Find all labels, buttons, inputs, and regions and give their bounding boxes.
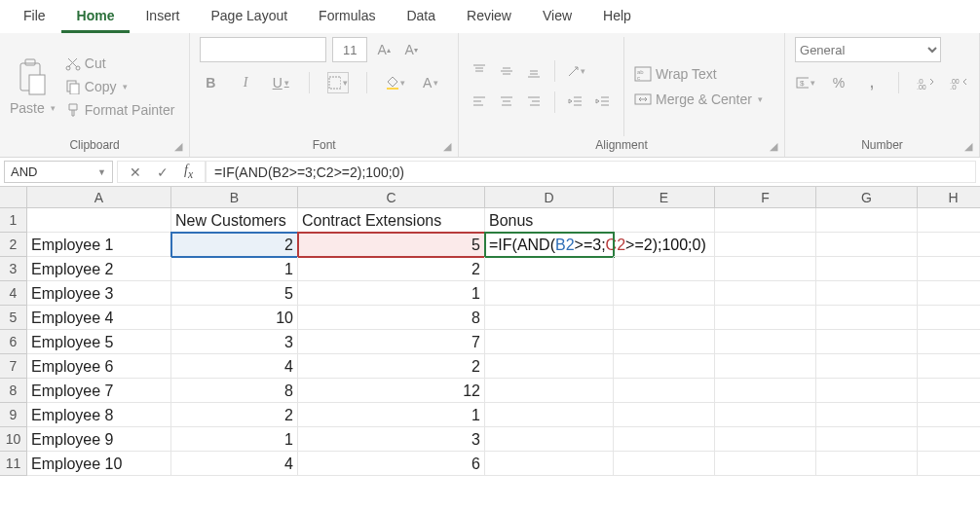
percent-format-icon[interactable]: % [828,72,849,93]
column-header-G[interactable]: G [816,187,918,208]
row-header-2[interactable]: 2 [0,233,27,257]
select-all-corner[interactable] [0,187,27,208]
row-header-11[interactable]: 11 [0,452,27,476]
format-painter-button[interactable]: Format Painter [65,102,175,118]
cell-D2[interactable]: =IF(AND(B2>=3;C2>=2);100;0) [485,233,614,257]
cell-A4[interactable]: Employee 3 [27,281,171,306]
font-size-select[interactable] [332,37,367,62]
increase-decimal-icon[interactable]: .0.00 [915,72,936,93]
align-right-icon[interactable] [523,91,545,113]
align-center-icon[interactable] [496,91,517,113]
cell-E7[interactable] [614,354,715,379]
cell-F2[interactable] [715,233,816,257]
cell-E11[interactable] [614,452,715,476]
cell-C11[interactable]: 6 [298,452,485,476]
cell-D7[interactable] [485,354,614,379]
cell-C7[interactable]: 2 [298,354,485,379]
cell-E2[interactable] [614,233,715,257]
cell-B5[interactable]: 10 [171,306,298,330]
cell-F4[interactable] [715,281,816,306]
cell-G2[interactable] [816,233,918,257]
cell-E9[interactable] [614,403,715,427]
cell-F3[interactable] [715,257,816,281]
cell-D5[interactable] [485,306,614,330]
cell-F10[interactable] [715,427,816,452]
cell-E3[interactable] [614,257,715,281]
cell-B3[interactable]: 1 [171,257,298,281]
row-header-3[interactable]: 3 [0,257,27,281]
accept-formula-icon[interactable]: ✓ [157,164,169,180]
cell-H2[interactable] [918,233,980,257]
cell-D1[interactable]: Bonus [485,208,614,233]
cell-E6[interactable] [614,330,715,354]
cell-E5[interactable] [614,306,715,330]
cell-H5[interactable] [918,306,980,330]
column-header-A[interactable]: A [27,187,171,208]
cell-E10[interactable] [614,427,715,452]
accounting-format-icon[interactable]: $ [795,72,816,93]
fx-icon[interactable]: fx [184,163,193,181]
cell-H8[interactable] [918,379,980,403]
cell-G1[interactable] [816,208,918,233]
cell-G3[interactable] [816,257,918,281]
cell-C1[interactable]: Contract Extensions [298,208,485,233]
cell-H1[interactable] [918,208,980,233]
menu-tab-data[interactable]: Data [391,0,451,33]
cell-C2[interactable]: 5 [298,233,485,257]
font-name-select[interactable] [200,37,326,62]
cell-B6[interactable]: 3 [171,330,298,354]
cell-G11[interactable] [816,452,918,476]
cell-A7[interactable]: Employee 6 [27,354,171,379]
wrap-text-button[interactable]: abc Wrap Text [634,66,763,82]
menu-tab-file[interactable]: File [8,0,61,33]
number-launcher-icon[interactable]: ◢ [961,139,975,153]
cell-H7[interactable] [918,354,980,379]
increase-indent-icon[interactable] [592,91,614,113]
cut-button[interactable]: Cut [65,55,175,71]
cell-C6[interactable]: 7 [298,330,485,354]
menu-tab-help[interactable]: Help [587,0,647,33]
cell-B11[interactable]: 4 [171,452,298,476]
paste-button[interactable]: Paste [10,100,56,116]
cell-F1[interactable] [715,208,816,233]
cell-F9[interactable] [715,403,816,427]
increase-font-icon[interactable]: A▴ [373,39,395,60]
cell-F7[interactable] [715,354,816,379]
clipboard-launcher-icon[interactable]: ◢ [171,139,185,153]
cell-G9[interactable] [816,403,918,427]
cell-C3[interactable]: 2 [298,257,485,281]
column-header-H[interactable]: H [918,187,980,208]
cell-H11[interactable] [918,452,980,476]
menu-tab-page-layout[interactable]: Page Layout [195,0,303,33]
cell-G6[interactable] [816,330,918,354]
cell-A5[interactable]: Employee 4 [27,306,171,330]
paste-icon[interactable] [16,57,49,96]
underline-button[interactable]: U [270,72,291,93]
column-header-C[interactable]: C [298,187,485,208]
cell-A3[interactable]: Employee 2 [27,257,171,281]
cell-B1[interactable]: New Customers [171,208,298,233]
comma-format-icon[interactable]: , [861,72,883,93]
cell-B2[interactable]: 2 [171,233,298,257]
fill-color-button[interactable] [385,72,406,93]
menu-tab-view[interactable]: View [527,0,587,33]
cell-H10[interactable] [918,427,980,452]
row-header-7[interactable]: 7 [0,354,27,379]
cell-B10[interactable]: 1 [171,427,298,452]
cell-A1[interactable] [27,208,171,233]
font-color-button[interactable]: A [420,72,441,93]
align-middle-icon[interactable] [496,60,517,82]
row-header-9[interactable]: 9 [0,403,27,427]
merge-center-button[interactable]: Merge & Center [634,91,763,107]
decrease-decimal-icon[interactable]: .00.0 [948,72,969,93]
row-header-8[interactable]: 8 [0,379,27,403]
cell-H6[interactable] [918,330,980,354]
number-format-select[interactable]: General [795,37,941,62]
cell-C4[interactable]: 1 [298,281,485,306]
cell-D8[interactable] [485,379,614,403]
bold-button[interactable]: B [200,72,221,93]
menu-tab-formulas[interactable]: Formulas [303,0,391,33]
column-header-F[interactable]: F [715,187,816,208]
column-header-E[interactable]: E [614,187,715,208]
cell-D9[interactable] [485,403,614,427]
